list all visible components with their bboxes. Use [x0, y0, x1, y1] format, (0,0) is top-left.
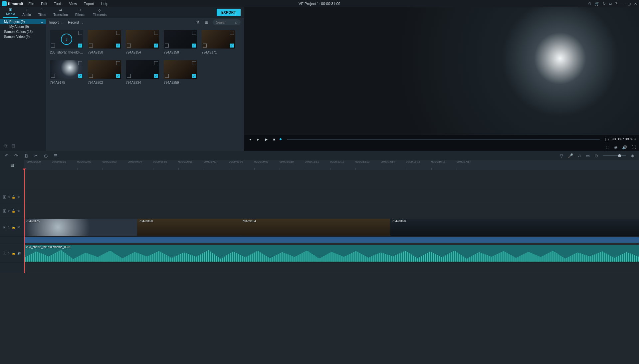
play-icon[interactable]: ▶: [264, 137, 269, 142]
media-thumb[interactable]: ♪283_short2_the-old-cine...: [50, 30, 83, 54]
sidebar-item-my-project[interactable]: My Project (9) ⌄: [0, 19, 46, 24]
menu-tools[interactable]: Tools: [53, 1, 64, 6]
search-input[interactable]: [216, 21, 234, 24]
media-thumb[interactable]: 794A9158: [164, 30, 197, 54]
account-icon[interactable]: ⚇: [588, 2, 591, 6]
media-thumb[interactable]: 794A9175: [50, 60, 83, 84]
tab-elements[interactable]: ◇ Elements: [89, 7, 110, 18]
add-to-timeline-icon[interactable]: [51, 44, 55, 48]
search-field[interactable]: ⌕: [213, 19, 241, 25]
media-thumb[interactable]: 794A9150: [88, 30, 121, 54]
menu-export[interactable]: Export: [82, 1, 96, 6]
share-icon[interactable]: ⧉: [609, 2, 612, 6]
lock-icon[interactable]: 🔓: [12, 252, 15, 255]
search-icon[interactable]: ⌕: [235, 20, 237, 25]
sidebar-item-sample-colors[interactable]: Sample Colors (15): [0, 29, 46, 34]
menu-help[interactable]: Help: [100, 1, 110, 6]
cut-icon[interactable]: ✂: [34, 153, 38, 158]
media-thumb[interactable]: 794A9154: [126, 30, 159, 54]
add-to-timeline-icon[interactable]: [51, 74, 55, 78]
track-manager-icon[interactable]: ▤: [0, 160, 24, 170]
lock-icon[interactable]: 🔓: [12, 209, 15, 213]
delete-icon[interactable]: 🗑: [24, 153, 28, 158]
lock-icon[interactable]: 🔓: [12, 226, 15, 229]
tab-transition[interactable]: ⇄ Transition: [50, 7, 71, 18]
preview-scrubber[interactable]: [287, 139, 600, 140]
marker-dot-icon[interactable]: [280, 138, 282, 140]
add-to-timeline-icon[interactable]: [127, 74, 131, 78]
timeline-ruler[interactable]: 00:00:00:0000:00:01:0100:00:02:0200:00:0…: [24, 160, 639, 170]
filter-icon[interactable]: ⚗: [196, 20, 200, 25]
add-to-timeline-icon[interactable]: [89, 44, 93, 48]
thumb-image[interactable]: [126, 30, 159, 49]
refresh-icon[interactable]: ↻: [603, 2, 606, 6]
help-icon[interactable]: ?: [615, 2, 617, 6]
menu-file[interactable]: File: [27, 1, 36, 6]
tab-titles[interactable]: T Titles: [35, 7, 50, 18]
import-dropdown[interactable]: Import: [49, 21, 63, 24]
audio-clip[interactable]: 283_short2_the-old-cinema_0031: [24, 245, 639, 262]
media-thumb[interactable]: 794A9259: [164, 60, 197, 84]
cart-icon[interactable]: 🛒: [595, 2, 599, 6]
media-thumb[interactable]: 794A9171: [202, 30, 235, 54]
sidebar-item-sample-video[interactable]: Sample Video (9): [0, 34, 46, 39]
marker-icon[interactable]: ▽: [560, 153, 563, 158]
add-to-timeline-icon[interactable]: [89, 74, 93, 78]
voiceover-icon[interactable]: 🎤: [568, 153, 573, 158]
prev-frame-icon[interactable]: ◂: [248, 137, 253, 142]
media-thumb[interactable]: 794A9234: [126, 60, 159, 84]
eye-icon[interactable]: 👁: [17, 195, 20, 199]
maximize-icon[interactable]: ▢: [627, 2, 631, 6]
display-icon[interactable]: ▢: [606, 145, 609, 150]
thumb-image[interactable]: [164, 60, 197, 79]
tab-effects[interactable]: ✧ Effects: [72, 7, 89, 18]
thumb-image[interactable]: [88, 30, 121, 49]
add-to-timeline-icon[interactable]: [127, 44, 131, 48]
video-clip[interactable]: 794A9150: [137, 219, 240, 236]
menu-view[interactable]: View: [68, 1, 79, 6]
grid-icon[interactable]: ▦: [204, 20, 208, 25]
media-thumb[interactable]: 794A9202: [88, 60, 121, 84]
zoom-out-icon[interactable]: ⊖: [594, 153, 598, 158]
play-backward-icon[interactable]: ▸: [256, 137, 261, 142]
tab-media[interactable]: ▣ Media: [3, 6, 18, 18]
menu-edit[interactable]: Edit: [40, 1, 49, 6]
export-button[interactable]: EXPORT: [217, 9, 241, 16]
video-clip[interactable]: 794A9158: [390, 219, 639, 236]
new-folder-icon[interactable]: ⊕: [3, 143, 7, 148]
link-clip[interactable]: [24, 237, 639, 243]
video-clip[interactable]: 794A9154: [240, 219, 390, 236]
stop-icon[interactable]: ■: [272, 137, 277, 141]
sidebar-item-my-album[interactable]: My Album (9): [0, 24, 46, 29]
playhead[interactable]: [24, 170, 25, 273]
minimize-icon[interactable]: —: [620, 2, 624, 6]
thumb-image[interactable]: [126, 60, 159, 79]
delete-folder-icon[interactable]: ⊟: [12, 143, 15, 148]
tab-audio[interactable]: ♪ Audio: [19, 7, 34, 18]
speed-icon[interactable]: ◷: [44, 153, 48, 158]
add-to-timeline-icon[interactable]: [165, 74, 169, 78]
snapshot-icon[interactable]: ◉: [614, 145, 617, 150]
preview-canvas[interactable]: [244, 7, 639, 135]
close-icon[interactable]: ✕: [634, 2, 637, 6]
volume-icon[interactable]: 🔊: [17, 252, 21, 255]
undo-icon[interactable]: ↶: [5, 153, 8, 158]
thumb-image[interactable]: [88, 60, 121, 79]
mark-out-icon[interactable]: }: [608, 137, 609, 141]
thumb-image[interactable]: [50, 60, 83, 79]
volume-icon[interactable]: 🔊: [622, 145, 627, 150]
add-to-timeline-icon[interactable]: [203, 44, 207, 48]
record-dropdown[interactable]: Record: [68, 21, 83, 24]
fullscreen-icon[interactable]: ⛶: [632, 145, 636, 150]
thumb-image[interactable]: [164, 30, 197, 49]
eye-icon[interactable]: 👁: [17, 209, 20, 213]
add-to-timeline-icon[interactable]: [165, 44, 169, 48]
mark-in-icon[interactable]: {: [605, 137, 606, 141]
video-clip[interactable]: 794A9175: [24, 219, 137, 236]
ratio-icon[interactable]: ▭: [586, 153, 590, 158]
redo-icon[interactable]: ↷: [14, 153, 18, 158]
thumb-image[interactable]: [202, 30, 235, 49]
mixer-icon[interactable]: ♫: [578, 153, 581, 158]
lock-icon[interactable]: 🔓: [12, 195, 15, 199]
adjust-icon[interactable]: ☰: [54, 153, 58, 158]
